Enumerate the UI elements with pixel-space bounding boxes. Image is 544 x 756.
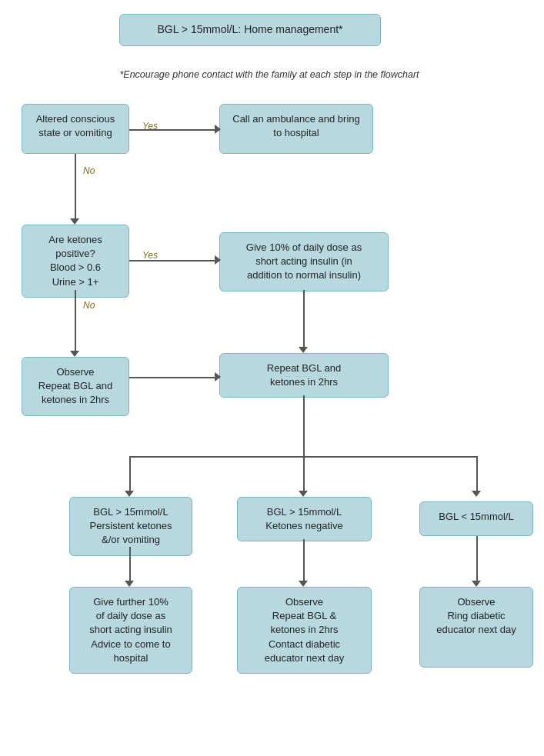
arrowhead-v-right [472, 491, 481, 497]
arrow-v-right [476, 456, 478, 495]
arrowhead-v3 [299, 347, 308, 353]
yes-label-2: Yes [142, 250, 158, 261]
arrow-v-lbottom [129, 547, 131, 585]
observe-repeat-box: Observe Repeat BGL and ketones in 2hrs [22, 357, 129, 416]
bgl-high-negative-box: BGL > 15mmol/L Ketones negative [237, 497, 372, 541]
arrow-h1 [129, 129, 219, 131]
arrow-v1 [75, 154, 76, 223]
arrowhead-h1 [215, 125, 221, 134]
give-10-percent-box: Give 10% of daily dose as short acting i… [219, 232, 389, 291]
arrow-v-cbottom [303, 539, 305, 585]
observe-repeat2-box: Observe Repeat BGL & ketones in 2hrs Con… [237, 587, 372, 674]
arrow-h2 [129, 260, 219, 261]
call-ambulance-box: Call an ambulance and bring to hospital [219, 104, 373, 154]
flowchart-container: BGL > 15mmol/L: Home management* *Encour… [0, 0, 544, 756]
arrowhead-v2 [70, 351, 79, 357]
repeat-bgl-box: Repeat BGL and ketones in 2hrs [219, 353, 389, 398]
bgl-low-box: BGL < 15mmol/L [419, 501, 533, 536]
arrowhead-v1 [70, 218, 79, 225]
altered-conscious-box: Altered conscious state or vomiting [22, 104, 129, 154]
arrow-v-left [129, 456, 131, 495]
arrowhead-h2 [215, 255, 221, 265]
give-further-box: Give further 10% of daily dose as short … [69, 587, 192, 674]
arrowhead-v-rbottom [472, 581, 481, 587]
arrow-v3 [303, 290, 305, 351]
arrowhead-v-center [299, 491, 308, 497]
no-label-2: No [83, 300, 95, 311]
arrowhead-v-left [125, 491, 134, 497]
observe-ring-box: Observe Ring diabetic educator next day [419, 587, 533, 668]
subtitle: *Encourage phone contact with the family… [38, 69, 500, 80]
arrowhead-h-merge [215, 372, 221, 381]
arrowhead-v-cbottom [299, 581, 308, 587]
arrow-v2 [75, 290, 76, 355]
arrow-v-rbottom [476, 536, 478, 585]
title-box: BGL > 15mmol/L: Home management* [119, 14, 381, 46]
are-ketones-box: Are ketones positive? Blood > 0.6 Urine … [22, 225, 129, 298]
arrow-v4 [303, 395, 305, 457]
arrowhead-v-lbottom [125, 581, 134, 587]
arrow-h-merge [129, 377, 219, 378]
bgl-high-ketones-box: BGL > 15mmol/L Persistent ketones &/or v… [69, 497, 192, 556]
arrow-v-center [303, 456, 305, 495]
no-label-1: No [83, 165, 95, 176]
